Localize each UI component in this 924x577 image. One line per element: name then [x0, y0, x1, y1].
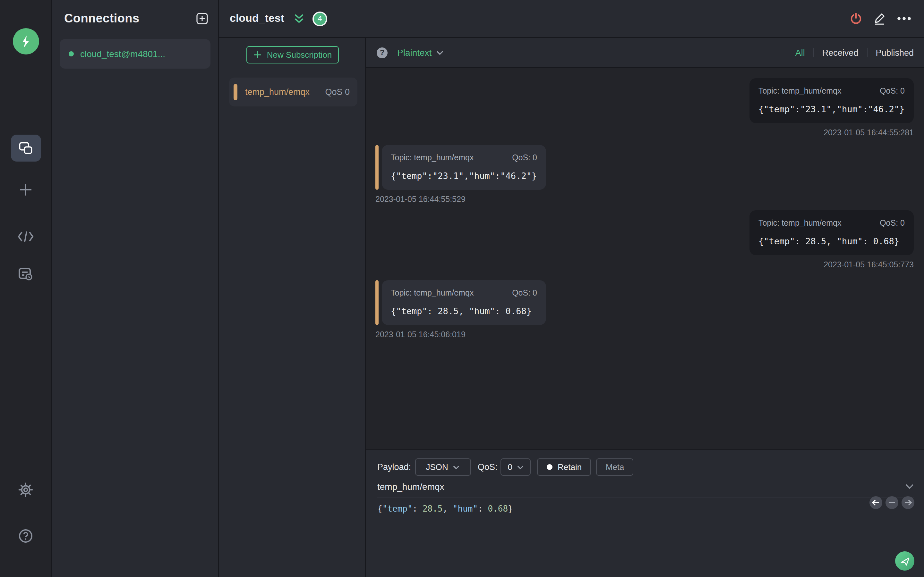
question-circle-icon — [18, 528, 33, 544]
connection-name: cloud_test@m4801... — [80, 49, 165, 59]
connections-icon — [17, 140, 34, 156]
connections-title: Connections — [64, 11, 140, 26]
message-topic: Topic: temp_hum/emqx — [758, 219, 841, 227]
connection-status-dot — [69, 51, 74, 56]
editor-token: : — [413, 504, 423, 514]
sidebar-item-log[interactable] — [11, 263, 41, 286]
message-payload: {"temp":"23.1","hum":"46.2"} — [758, 104, 905, 114]
editor-token: } — [508, 504, 513, 514]
qos-label: QoS: — [478, 462, 498, 472]
message-card: Topic: temp_hum/emqx QoS: 0 {"temp":"23.… — [750, 78, 914, 123]
topic-input[interactable]: temp_hum/emqx — [377, 482, 905, 492]
new-subscription-button[interactable]: New Subscription — [246, 46, 339, 63]
lightning-bolt-icon — [18, 34, 33, 49]
app-sidebar — [0, 0, 52, 577]
history-clear-button[interactable] — [885, 496, 898, 509]
main-area: cloud_test 4 — [219, 0, 924, 577]
minus-icon — [889, 502, 895, 503]
message-list[interactable]: Topic: temp_hum/emqx QoS: 0 {"temp":"23.… — [366, 68, 924, 450]
subscriptions-panel: New Subscription temp_hum/emqx QoS 0 — [219, 38, 366, 577]
message-published: Topic: temp_hum/emqx QoS: 0 {"temp": 28.… — [375, 210, 914, 269]
messages-pane: ? Plaintext All Received Published — [366, 38, 924, 577]
editor-token: 28.5 — [423, 504, 443, 514]
sidebar-item-new-connection[interactable] — [11, 178, 41, 201]
disconnect-button[interactable] — [850, 12, 863, 25]
add-connection-button[interactable] — [196, 13, 208, 24]
more-options-button[interactable] — [897, 17, 911, 21]
tab-received[interactable]: Received — [822, 48, 859, 57]
tab-published[interactable]: Published — [876, 48, 914, 57]
message-topic: Topic: temp_hum/emqx — [758, 87, 841, 95]
chevron-down-icon — [436, 50, 443, 55]
message-payload: {"temp": 28.5, "hum": 0.68} — [391, 306, 537, 316]
mqttx-app: Connections cloud_test@m4801... cloud_te… — [0, 0, 924, 577]
sidebar-item-help[interactable] — [11, 524, 41, 548]
message-topic: Topic: temp_hum/emqx — [391, 288, 473, 298]
new-subscription-label: New Subscription — [267, 50, 332, 60]
publish-topic-row: temp_hum/emqx — [377, 482, 914, 498]
sidebar-item-connections[interactable] — [11, 135, 41, 161]
message-qos: QoS: 0 — [880, 87, 905, 95]
message-received: Topic: temp_hum/emqx QoS: 0 {"temp": 28.… — [375, 280, 914, 339]
qos-select[interactable]: 0 — [501, 458, 531, 476]
message-timestamp: 2023-01-05 16:44:55:281 — [824, 128, 914, 137]
tab-all[interactable]: All — [795, 48, 805, 57]
sidebar-bottom — [0, 478, 51, 577]
message-card: Topic: temp_hum/emqx QoS: 0 {"temp": 28.… — [382, 280, 546, 325]
payload-format-select[interactable]: JSON — [415, 458, 471, 476]
arrow-left-icon — [872, 500, 880, 506]
plus-icon — [17, 181, 34, 198]
connection-list-item[interactable]: cloud_test@m4801... — [60, 39, 210, 69]
message-color-bar — [375, 280, 379, 325]
subscription-qos: QoS 0 — [325, 87, 350, 97]
message-qos: QoS: 0 — [512, 288, 537, 298]
history-next-button[interactable] — [901, 496, 914, 509]
subscription-topic: temp_hum/emqx — [245, 87, 310, 97]
chevron-down-icon[interactable] — [905, 484, 914, 489]
format-selector[interactable]: Plaintext — [397, 47, 443, 58]
header-actions — [850, 12, 911, 25]
message-topic: Topic: temp_hum/emqx — [391, 153, 473, 162]
message-received: Topic: temp_hum/emqx QoS: 0 {"temp":"23.… — [375, 145, 914, 204]
editor-token: { — [377, 504, 383, 514]
meta-button[interactable]: Meta — [596, 458, 634, 476]
payload-editor[interactable]: {"temp": 28.5, "hum": 0.68} — [377, 504, 924, 514]
double-chevron-down-icon[interactable] — [294, 13, 304, 24]
mqttx-logo — [13, 28, 39, 55]
connections-panel: Connections cloud_test@m4801... — [52, 0, 219, 577]
gear-icon — [18, 482, 33, 498]
editor-token: 0.68 — [488, 504, 508, 514]
sidebar-item-settings[interactable] — [11, 478, 41, 501]
ellipsis-icon — [897, 17, 911, 21]
retain-dot-icon — [547, 464, 552, 470]
qos-value: 0 — [507, 462, 512, 472]
edit-connection-button[interactable] — [873, 12, 886, 25]
message-payload: {"temp":"23.1","hum":"46.2"} — [391, 171, 537, 181]
tab-divider — [867, 48, 867, 57]
message-card: Topic: temp_hum/emqx QoS: 0 {"temp": 28.… — [750, 210, 914, 255]
send-button[interactable] — [895, 551, 914, 571]
meta-label: Meta — [606, 462, 624, 472]
arrow-right-icon — [904, 500, 912, 506]
payload-help-icon[interactable]: ? — [376, 47, 388, 58]
format-value: Plaintext — [397, 47, 431, 58]
editor-token: , — [443, 504, 453, 514]
connection-title: cloud_test — [230, 12, 284, 25]
connections-header: Connections — [52, 0, 218, 26]
message-count-badge: 4 — [312, 11, 327, 26]
tab-divider — [813, 48, 814, 57]
message-timestamp: 2023-01-05 16:44:55:529 — [375, 195, 465, 204]
history-prev-button[interactable] — [869, 496, 882, 509]
sidebar-item-script[interactable] — [11, 225, 41, 248]
subscription-item[interactable]: temp_hum/emqx QoS 0 — [229, 77, 357, 106]
message-published: Topic: temp_hum/emqx QoS: 0 {"temp":"23.… — [375, 78, 914, 137]
subscription-color-bar — [234, 84, 237, 100]
message-card: Topic: temp_hum/emqx QoS: 0 {"temp":"23.… — [382, 145, 546, 190]
history-nav — [869, 496, 914, 509]
connection-header: cloud_test 4 — [219, 0, 924, 38]
plus-square-icon — [196, 13, 208, 24]
message-payload: {"temp": 28.5, "hum": 0.68} — [758, 236, 905, 246]
publish-toolbar: Payload: JSON QoS: 0 — [366, 450, 924, 476]
retain-toggle[interactable]: Retain — [537, 458, 591, 476]
plus-icon — [254, 51, 262, 59]
